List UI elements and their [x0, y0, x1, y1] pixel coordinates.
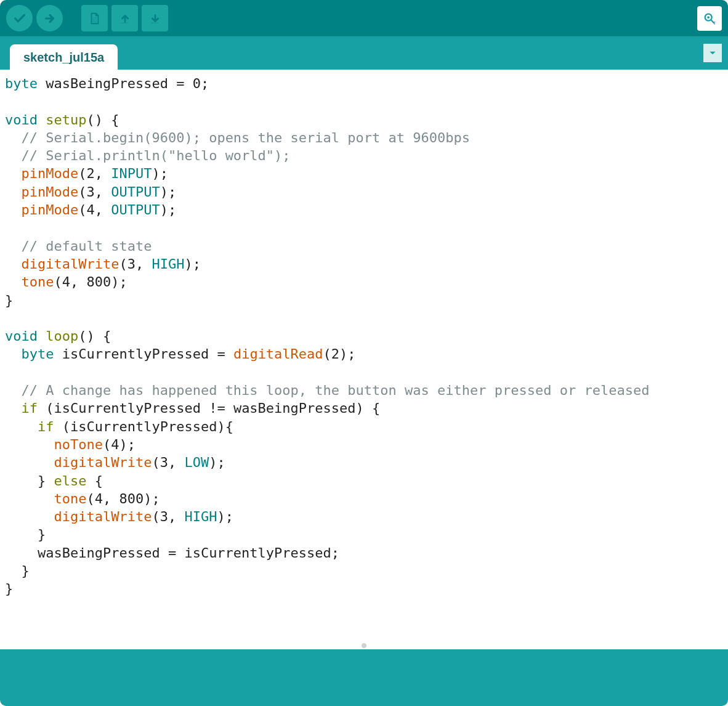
- code-text: if: [38, 419, 54, 434]
- code-text: [5, 346, 22, 362]
- code-text: pinMode: [22, 184, 79, 200]
- code-text: HIGH: [152, 256, 184, 272]
- code-text: [5, 130, 22, 145]
- chevron-down-icon: [708, 49, 717, 57]
- code-editor[interactable]: byte wasBeingPressed = 0; void setup() {…: [0, 70, 728, 642]
- code-text: loop: [46, 328, 78, 344]
- svg-point-1: [707, 16, 710, 18]
- verify-button[interactable]: [6, 5, 33, 31]
- code-text: [5, 238, 22, 254]
- code-text: );: [160, 184, 177, 200]
- code-text: }: [5, 581, 13, 596]
- code-text: // Serial.println("hello world");: [22, 148, 291, 163]
- code-text: }: [5, 527, 46, 542]
- code-text: [5, 509, 54, 524]
- code-text: (4,: [78, 202, 111, 217]
- code-text: void: [5, 112, 38, 128]
- code-text: (2);: [323, 346, 356, 362]
- arduino-ide-window: sketch_jul15a byte wasBeingPressed = 0; …: [0, 0, 728, 706]
- code-text: }: [5, 563, 30, 578]
- check-icon: [13, 12, 26, 25]
- code-text: [38, 112, 46, 128]
- code-text: // default state: [22, 238, 152, 254]
- code-text: setup: [46, 112, 86, 128]
- splitter-handle[interactable]: [0, 642, 728, 649]
- code-text: INPUT: [111, 166, 152, 181]
- code-text: // Serial.begin(9600); opens the serial …: [22, 130, 470, 145]
- code-text: [5, 274, 22, 290]
- code-text: // A change has happened this loop, the …: [22, 383, 650, 398]
- code-text: [5, 202, 22, 217]
- tab-menu-button[interactable]: [703, 44, 722, 62]
- arrow-down-icon: [148, 12, 162, 25]
- code-text: {: [86, 473, 103, 489]
- code-text: (3,: [78, 184, 111, 200]
- code-text: pinMode: [22, 166, 79, 181]
- toolbar: [0, 0, 728, 36]
- code-text: [38, 328, 46, 344]
- code-text: [5, 491, 54, 506]
- code-text: tone: [22, 274, 54, 290]
- code-text: digitalRead: [233, 346, 323, 362]
- code-text: tone: [54, 491, 86, 506]
- upload-button[interactable]: [36, 5, 63, 31]
- code-text: pinMode: [22, 202, 79, 217]
- code-text: digitalWrite: [22, 256, 119, 272]
- grip-dot-icon: [362, 643, 366, 648]
- code-text: OUTPUT: [111, 184, 160, 200]
- open-sketch-button[interactable]: [111, 5, 138, 31]
- code-text: );: [209, 455, 225, 470]
- code-text: digitalWrite: [54, 509, 152, 524]
- code-text: (3,: [152, 455, 184, 470]
- code-text: (2,: [78, 166, 111, 181]
- code-text: noTone: [54, 437, 102, 452]
- magnifier-icon: [703, 12, 716, 25]
- tab-sketch[interactable]: sketch_jul15a: [10, 44, 118, 70]
- code-text: [5, 148, 22, 163]
- code-text: [5, 256, 22, 272]
- code-text: (isCurrentlyPressed){: [54, 419, 233, 434]
- code-text: digitalWrite: [54, 455, 152, 470]
- code-text: (3,: [119, 256, 152, 272]
- status-bar: [0, 649, 728, 706]
- code-text: );: [152, 166, 168, 181]
- code-text: [5, 166, 22, 181]
- code-text: if: [22, 400, 38, 416]
- code-text: HIGH: [184, 509, 217, 524]
- code-text: LOW: [184, 455, 209, 470]
- code-text: (3,: [152, 509, 184, 524]
- code-text: }: [5, 473, 54, 489]
- file-icon: [88, 12, 102, 25]
- code-text: [5, 437, 54, 452]
- code-text: void: [5, 328, 38, 344]
- code-text: (isCurrentlyPressed != wasBeingPressed) …: [38, 400, 380, 416]
- code-text: }: [5, 293, 13, 308]
- code-text: );: [160, 202, 177, 217]
- code-text: wasBeingPressed = isCurrentlyPressed;: [5, 545, 339, 561]
- code-text: () {: [78, 328, 111, 344]
- serial-monitor-button[interactable]: [697, 6, 722, 31]
- code-text: (4, 800);: [86, 491, 160, 506]
- code-text: [5, 184, 22, 200]
- code-text: [5, 383, 22, 398]
- tab-bar: sketch_jul15a: [0, 36, 728, 70]
- code-text: (4);: [103, 437, 135, 452]
- save-sketch-button[interactable]: [142, 5, 168, 31]
- code-text: );: [184, 256, 201, 272]
- new-sketch-button[interactable]: [81, 5, 108, 31]
- code-text: () {: [86, 112, 119, 128]
- code-text: OUTPUT: [111, 202, 160, 217]
- code-text: [5, 455, 54, 470]
- arrow-up-icon: [118, 12, 132, 25]
- code-text: [5, 419, 38, 434]
- code-text: );: [217, 509, 233, 524]
- code-text: isCurrentlyPressed =: [54, 346, 233, 362]
- arrow-right-icon: [43, 12, 57, 25]
- code-text: byte: [22, 346, 54, 362]
- code-text: [5, 400, 22, 416]
- code-text: byte: [5, 76, 38, 91]
- code-text: else: [54, 473, 86, 489]
- code-text: wasBeingPressed = 0;: [38, 76, 209, 91]
- code-text: (4, 800);: [54, 274, 127, 290]
